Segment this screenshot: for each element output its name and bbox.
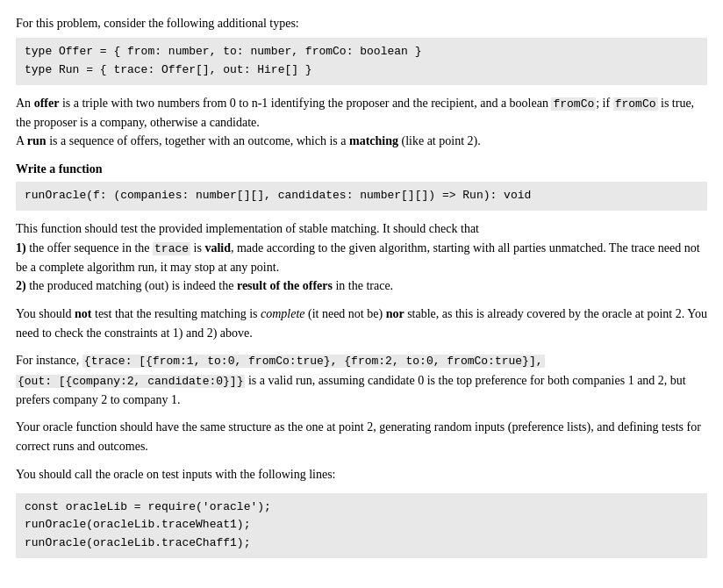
call-line3: runOracle(oracleLib.traceChaff1);: [25, 536, 250, 549]
call-text: You should call the oracle on test input…: [16, 465, 707, 484]
instance-paragraph: For instance, {trace: [{from:1, to:0, fr…: [16, 351, 707, 409]
nt-text2: test that the resulting matching is: [92, 307, 261, 320]
nt-text1: You should: [16, 307, 75, 320]
call-line1: const oracleLib = require('oracle');: [25, 500, 271, 513]
not-bold: not: [75, 307, 91, 320]
fd-p1-start: This function should test the provided i…: [16, 222, 479, 235]
run-text-end: (like at point 2).: [398, 134, 481, 147]
not-test-paragraph: You should not test that the resulting m…: [16, 305, 707, 342]
fd-1-text2: is: [190, 241, 204, 255]
offer-text-middle: ; if: [596, 97, 612, 110]
oracle-structure-paragraph: Your oracle function should have the sam…: [16, 418, 707, 455]
fd-2-text: the produced matching (out) is indeed th…: [26, 279, 237, 292]
matching-bold: matching: [349, 134, 398, 147]
fromCo-code-1: fromCo: [551, 97, 596, 111]
offer-bold: offer: [34, 97, 60, 110]
complete-italic: complete: [261, 307, 305, 320]
run-bold: run: [27, 134, 47, 147]
nor-bold: nor: [386, 307, 404, 320]
call-code-block: const oracleLib = require('oracle'); run…: [16, 493, 707, 558]
offer-text-after: is a triple with two numbers from 0 to n…: [59, 97, 551, 110]
valid-bold: valid: [204, 241, 231, 255]
instance-code-1: {trace: [{from:1, to:0, fromCo:true}, {f…: [82, 355, 545, 368]
run-text-newline: A: [16, 134, 27, 147]
fd-2-text2: in the trace.: [333, 279, 393, 292]
run-text-after: is a sequence of offers, together with a…: [47, 134, 349, 147]
result-bold: result of the offers: [237, 279, 333, 292]
fd-2-bold: 2): [16, 279, 26, 292]
fd-1-text: the offer sequence in the: [26, 241, 153, 255]
intro-text: For this problem, consider the following…: [16, 14, 707, 32]
types-line2: type Run = { trace: Offer[], out: Hire[]…: [25, 63, 312, 76]
function-description-paragraph: This function should test the provided i…: [16, 219, 707, 296]
nt-text3: (it need not be): [305, 307, 386, 320]
function-signature-block: runOracle(f: (companies: number[][], can…: [16, 182, 707, 211]
instance-code-2: {out: [{company:2, candidate:0}]}: [16, 375, 245, 388]
types-code-block: type Offer = { from: number, to: number,…: [16, 38, 707, 85]
fromCo-code-2: fromCo: [613, 97, 658, 111]
write-function-heading: Write a function: [16, 160, 707, 178]
fd-1-bold: 1): [16, 241, 26, 255]
types-line1: type Offer = { from: number, to: number,…: [25, 45, 421, 58]
offer-description-paragraph: An offer is a triple with two numbers fr…: [16, 94, 707, 152]
trace-code: trace: [153, 242, 190, 255]
call-line2: runOracle(oracleLib.traceWheat1);: [25, 518, 250, 531]
offer-text-before: An: [16, 97, 34, 110]
